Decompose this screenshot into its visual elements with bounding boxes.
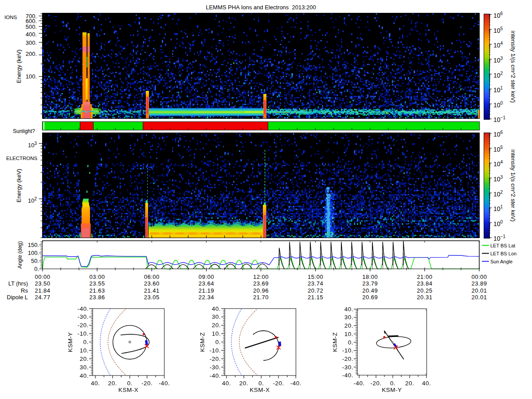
svg-text:30.: 30. [344, 314, 353, 321]
svg-text:0.: 0. [390, 380, 395, 387]
svg-text:10.: 10. [80, 347, 89, 354]
svg-text:-30.: -30. [78, 313, 89, 320]
svg-text:40.: 40. [212, 305, 221, 312]
svg-text:-40.: -40. [159, 380, 170, 387]
svg-text:KSM-Z: KSM-Z [332, 332, 338, 352]
svg-text:KSM-Y: KSM-Y [382, 387, 402, 393]
svg-text:0.: 0. [215, 339, 221, 345]
svg-text:0.: 0. [127, 380, 133, 387]
svg-text:-40.: -40. [354, 380, 365, 387]
svg-text:-30.: -30. [342, 364, 353, 371]
svg-text:KSM-Y: KSM-Y [67, 332, 74, 352]
svg-text:-30.: -30. [210, 364, 221, 371]
svg-text:-20.: -20. [273, 380, 284, 387]
svg-text:0.: 0. [348, 339, 353, 346]
svg-text:20.: 20. [108, 380, 117, 387]
svg-text:20.: 20. [405, 380, 414, 387]
svg-text:40.: 40. [91, 380, 100, 387]
svg-text:0.: 0. [258, 380, 264, 387]
svg-text:40.: 40. [80, 372, 89, 379]
svg-text:10.: 10. [344, 331, 353, 337]
svg-text:-40.: -40. [290, 380, 301, 387]
svg-text:0.: 0. [83, 339, 89, 345]
svg-text:40.: 40. [222, 380, 231, 387]
svg-text:30.: 30. [80, 364, 89, 371]
svg-text:-20.: -20. [371, 380, 382, 387]
svg-text:-10.: -10. [342, 347, 353, 354]
svg-text:20.: 20. [239, 380, 248, 387]
svg-text:30.: 30. [212, 313, 221, 320]
svg-text:-20.: -20. [210, 356, 221, 362]
svg-text:KSM-X: KSM-X [118, 387, 138, 393]
svg-text:-20.: -20. [141, 380, 153, 387]
svg-text:-40.: -40. [342, 372, 353, 379]
svg-text:-20.: -20. [342, 356, 353, 362]
svg-text:40.: 40. [422, 380, 431, 387]
svg-text:-20.: -20. [78, 322, 89, 329]
svg-text:-40.: -40. [210, 372, 221, 379]
svg-text:10.: 10. [212, 330, 221, 337]
svg-text:20.: 20. [80, 356, 89, 362]
svg-text:-10.: -10. [78, 330, 89, 337]
svg-text:-10.: -10. [210, 347, 221, 354]
svg-text:-40.: -40. [78, 305, 89, 312]
svg-text:KSM-Z: KSM-Z [199, 332, 206, 352]
svg-text:20.: 20. [212, 322, 221, 329]
svg-text:KSM-X: KSM-X [250, 387, 270, 393]
svg-text:40.: 40. [344, 306, 353, 313]
svg-text:20.: 20. [344, 322, 353, 329]
